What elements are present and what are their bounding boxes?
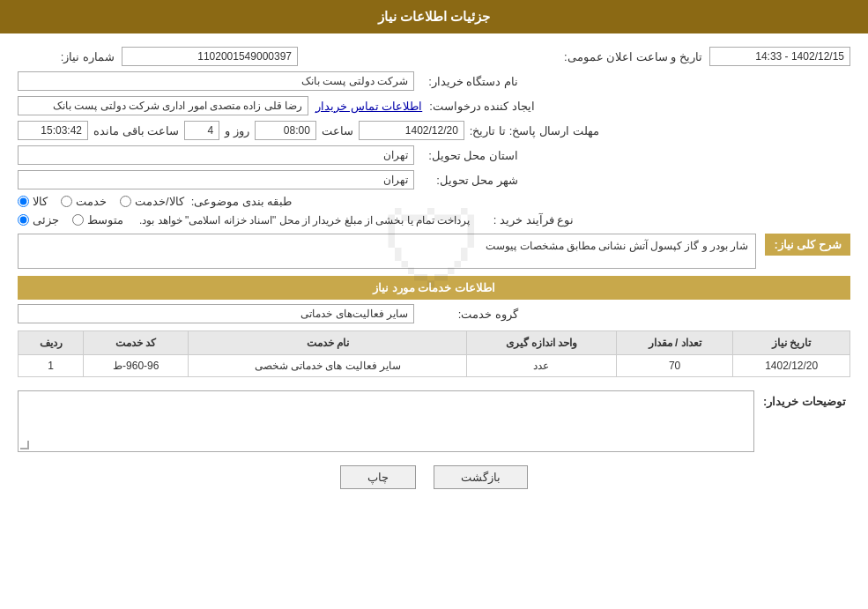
- deadline-remaining-input[interactable]: [18, 121, 88, 140]
- process-medium-option[interactable]: متوسط: [72, 213, 123, 227]
- process-medium-radio[interactable]: [72, 214, 84, 226]
- buyer-name-label: نام دستگاه خریدار:: [421, 75, 518, 88]
- buyer-desc-box[interactable]: [18, 390, 754, 452]
- service-group-label: گروه خدمت:: [421, 308, 518, 321]
- category-service-option[interactable]: خدمت: [61, 195, 107, 208]
- col-code: کد خدمت: [84, 331, 189, 355]
- deadline-remaining-label: ساعت باقی مانده: [93, 124, 179, 137]
- announcement-label: تاریخ و ساعت اعلان عمومی:: [564, 50, 702, 63]
- process-medium-label: متوسط: [87, 213, 123, 227]
- process-radio-group: متوسط جزئی: [18, 213, 123, 227]
- process-label: نوع فرآیند خرید :: [477, 213, 574, 227]
- process-partial-label: جزئی: [33, 213, 59, 227]
- category-service-radio[interactable]: [61, 196, 72, 207]
- announcement-input[interactable]: [709, 47, 850, 66]
- deadline-time-label: ساعت: [322, 124, 353, 137]
- category-goods-service-radio[interactable]: [120, 196, 131, 207]
- category-goods-option[interactable]: کالا: [18, 195, 48, 208]
- deadline-label: مهلت ارسال پاسخ: تا تاریخ:: [470, 124, 599, 137]
- need-number-input[interactable]: [122, 47, 298, 66]
- category-goods-label: کالا: [33, 195, 48, 208]
- city-input[interactable]: [18, 170, 414, 189]
- cell-row: 1: [19, 355, 84, 377]
- need-desc-label: شرح کلی نیاز:: [765, 234, 850, 256]
- col-date: تاریخ نیاز: [733, 331, 850, 355]
- services-title: اطلاعات خدمات مورد نیاز: [18, 276, 850, 300]
- category-goods-service-label: کالا/خدمت: [135, 195, 184, 208]
- col-unit: واحد اندازه گیری: [467, 331, 617, 355]
- buyer-desc-label: توضیحات خریدار:: [763, 390, 846, 408]
- category-service-label: خدمت: [76, 195, 107, 208]
- cell-unit: عدد: [467, 355, 617, 377]
- deadline-time-input[interactable]: [255, 121, 316, 140]
- category-radio-group: کالا/خدمت خدمت کالا: [18, 195, 184, 208]
- deadline-days-input[interactable]: [184, 121, 219, 140]
- col-name: نام خدمت: [189, 331, 467, 355]
- category-label: طبقه بندی موضوعی:: [191, 195, 293, 208]
- page-title: جزئیات اطلاعات نیاز: [0, 0, 868, 33]
- button-row: بازگشت چاپ: [18, 452, 850, 502]
- buyer-name-input[interactable]: [18, 71, 414, 91]
- process-note: پرداخت تمام یا بخشی از مبلغ خریدار از مح…: [139, 214, 470, 227]
- deadline-date-input[interactable]: [359, 121, 464, 140]
- deadline-days-label: روز و: [225, 124, 249, 137]
- service-group-input[interactable]: [18, 304, 414, 323]
- category-goods-radio[interactable]: [18, 196, 29, 207]
- table-row: 1402/12/2070عددسایر فعالیت های خدماتی شخ…: [19, 355, 850, 377]
- need-desc-box: شار بودر و گاز کپسول آتش نشانی مطابق مشخ…: [18, 234, 756, 269]
- process-partial-option[interactable]: جزئی: [18, 213, 59, 227]
- col-qty: تعداد / مقدار: [616, 331, 733, 355]
- process-partial-radio[interactable]: [18, 214, 29, 226]
- contact-link[interactable]: اطلاعات تماس خریدار: [315, 100, 422, 113]
- province-label: استان محل تحویل:: [421, 149, 518, 162]
- print-button[interactable]: چاپ: [340, 465, 416, 489]
- cell-code: 960-96-ط: [84, 355, 189, 377]
- city-label: شهر محل تحویل:: [421, 174, 518, 187]
- need-number-label: شماره نیاز:: [18, 50, 115, 63]
- services-table: تاریخ نیاز تعداد / مقدار واحد اندازه گیر…: [18, 330, 850, 377]
- cell-date: 1402/12/20: [733, 355, 850, 377]
- resize-handle[interactable]: [20, 441, 29, 449]
- cell-qty: 70: [616, 355, 733, 377]
- province-input[interactable]: [18, 145, 414, 165]
- cell-name: سایر فعالیت های خدماتی شخصی: [189, 355, 467, 377]
- back-button[interactable]: بازگشت: [434, 465, 528, 489]
- requester-label: ایجاد کننده درخواست:: [429, 100, 535, 113]
- col-row: ردیف: [19, 331, 84, 355]
- category-goods-service-option[interactable]: کالا/خدمت: [120, 195, 184, 208]
- requester-input[interactable]: [18, 96, 308, 115]
